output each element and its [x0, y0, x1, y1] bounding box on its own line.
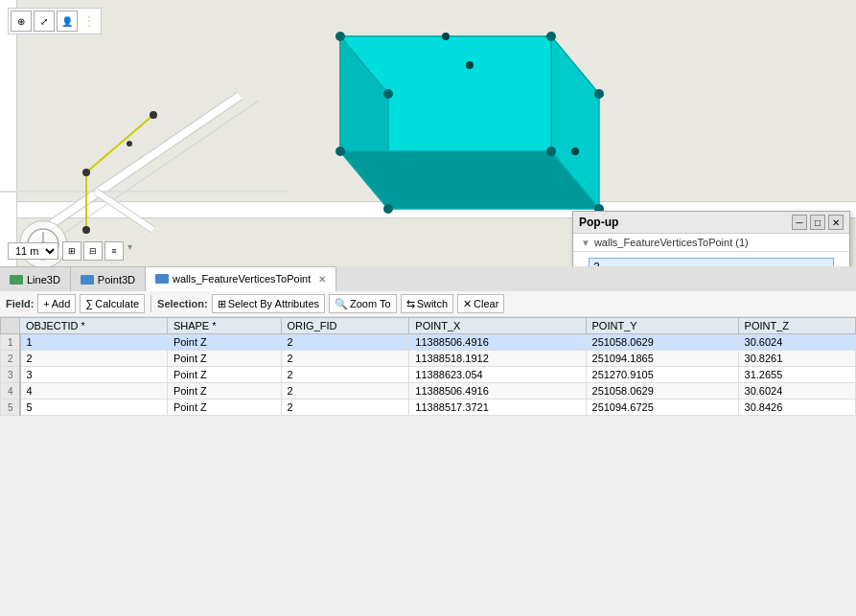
col-header-origfid[interactable]: ORIG_FID — [281, 318, 409, 334]
table-cell: 5 — [20, 399, 168, 416]
row-number: 5 — [1, 399, 20, 416]
table-cell: 2 — [281, 383, 409, 399]
table-cell: Point Z — [167, 367, 281, 383]
map-btn-1[interactable]: ⊕ — [11, 11, 32, 32]
calculate-button[interactable]: ∑ Calculate — [80, 294, 145, 313]
scale-bar: 11 m ⊞ ⊟ ≡ ▾ — [8, 241, 134, 261]
table-cell: 4 — [20, 383, 168, 399]
switch-button[interactable]: ⇆ Switch — [401, 294, 453, 313]
tabs-row: Line3D Point3D walls_FeatureVerticesToPo… — [0, 266, 856, 291]
svg-point-19 — [335, 147, 345, 156]
table-cell: 30.8426 — [738, 399, 855, 416]
row-number: 2 — [1, 351, 20, 367]
popup-minimize-btn[interactable]: ─ — [792, 215, 807, 230]
table-cell: Point Z — [167, 351, 281, 367]
selection-label: Selection: — [157, 298, 208, 309]
svg-point-9 — [82, 226, 90, 234]
3d-box-svg — [273, 17, 618, 247]
table-cell: Point Z — [167, 383, 281, 399]
popup-titlebar-buttons: ─ □ ✕ — [792, 215, 844, 230]
toolbar-separator-1 — [150, 295, 151, 312]
popup-layer-expand-icon[interactable]: ▼ — [581, 238, 590, 248]
scale-more: ▾ — [126, 241, 134, 261]
table-cell: 2 — [281, 351, 409, 367]
table-cell: 11388623.054 — [409, 367, 586, 383]
map-btn-3[interactable]: 👤 — [57, 11, 78, 32]
svg-point-18 — [383, 89, 393, 99]
zoom-to-button[interactable]: 🔍 Zoom To — [329, 294, 397, 313]
popup-restore-btn[interactable]: □ — [810, 215, 825, 230]
tab-walls-label: walls_FeatureVerticesToPoint — [173, 273, 311, 285]
polyline-svg — [77, 96, 268, 249]
tab-line3d[interactable]: Line3D — [0, 266, 71, 291]
svg-point-24 — [466, 61, 474, 69]
popup-title: Pop-up — [579, 216, 618, 229]
tab-line3d-label: Line3D — [27, 274, 60, 285]
scale-btn-1[interactable]: ⊞ — [62, 241, 81, 261]
svg-point-17 — [594, 89, 604, 99]
scale-select[interactable]: 11 m — [8, 242, 58, 260]
switch-icon: ⇆ — [406, 298, 415, 310]
table-cell: 251094.6725 — [586, 399, 738, 416]
table-cell: 11388506.4916 — [409, 334, 586, 351]
table-cell: Point Z — [167, 334, 281, 351]
svg-point-6 — [150, 111, 157, 119]
attribute-table: OBJECTID * SHAPE * ORIG_FID POINT_X POIN… — [0, 317, 856, 416]
table-cell: 2 — [281, 367, 409, 383]
walls-tab-icon — [155, 274, 169, 284]
svg-point-8 — [127, 141, 132, 147]
row-number: 1 — [1, 334, 20, 351]
popup-layer-name: walls_FeatureVerticesToPoint (1) — [594, 237, 749, 248]
svg-point-22 — [383, 204, 393, 214]
table-row[interactable]: 33Point Z211388623.054251270.910531.2655 — [1, 367, 856, 383]
table-cell: 30.8261 — [738, 351, 855, 367]
map-toolbar: ⊕ ⤢ 👤 ⋮ — [8, 8, 102, 34]
add-button[interactable]: + Add — [37, 294, 76, 313]
table-cell: 2 — [20, 351, 168, 367]
col-header-pointy[interactable]: POINT_Y — [586, 318, 738, 334]
table-row[interactable]: 11Point Z211388506.4916251058.062930.602… — [1, 334, 856, 351]
table-cell: Point Z — [167, 399, 281, 416]
table-cell: 11388518.1912 — [409, 351, 586, 367]
row-number: 4 — [1, 383, 20, 399]
scale-btn-3[interactable]: ≡ — [104, 241, 124, 261]
scale-btn-2[interactable]: ⊟ — [83, 241, 103, 261]
table-cell: 2 — [281, 334, 409, 351]
table-cell: 1 — [20, 334, 168, 351]
popup-titlebar: Pop-up ─ □ ✕ — [573, 212, 849, 234]
add-icon: + — [43, 298, 49, 309]
tab-walls-close[interactable]: ✕ — [318, 274, 326, 285]
map-btn-2[interactable]: ⤢ — [34, 11, 55, 32]
line3d-tab-icon — [10, 275, 23, 285]
col-header-objectid[interactable]: OBJECTID * — [20, 318, 168, 334]
table-row[interactable]: 22Point Z211388518.1912251094.186530.826… — [1, 351, 856, 367]
table-row[interactable]: 44Point Z211388506.4916251058.062930.602… — [1, 383, 856, 399]
svg-point-23 — [442, 33, 450, 40]
col-header-pointz[interactable]: POINT_Z — [738, 318, 855, 334]
table-cell: 3 — [20, 367, 168, 383]
attribute-table-wrapper[interactable]: OBJECTID * SHAPE * ORIG_FID POINT_X POIN… — [0, 317, 856, 416]
field-label: Field: — [6, 298, 34, 309]
col-header-pointx[interactable]: POINT_X — [409, 318, 586, 334]
tab-point3d[interactable]: Point3D — [71, 266, 146, 291]
popup-close-btn[interactable]: ✕ — [828, 215, 844, 230]
col-header-rownum — [1, 318, 20, 334]
table-cell: 11388506.4916 — [409, 383, 586, 399]
tabs-area: Line3D Point3D walls_FeatureVerticesToPo… — [0, 266, 856, 416]
attr-toolbar: Field: + Add ∑ Calculate Selection: ⊞ Se… — [0, 291, 856, 317]
col-header-shape[interactable]: SHAPE * — [167, 318, 281, 334]
table-cell: 31.2655 — [738, 367, 855, 383]
calc-icon: ∑ — [85, 298, 93, 309]
zoom-icon: 🔍 — [335, 298, 348, 310]
point3d-tab-icon — [81, 275, 94, 285]
tab-walls[interactable]: walls_FeatureVerticesToPoint ✕ — [146, 266, 336, 291]
select-icon: ⊞ — [218, 298, 226, 310]
clear-icon: ✕ — [463, 298, 472, 310]
table-row[interactable]: 55Point Z211388517.3721251094.672530.842… — [1, 399, 856, 416]
svg-point-20 — [546, 147, 556, 156]
row-number: 3 — [1, 367, 20, 383]
clear-button[interactable]: ✕ Clear — [457, 294, 504, 313]
table-cell: 251058.0629 — [586, 334, 738, 351]
select-by-attr-button[interactable]: ⊞ Select By Attributes — [212, 294, 325, 313]
table-cell: 251270.9105 — [586, 367, 738, 383]
